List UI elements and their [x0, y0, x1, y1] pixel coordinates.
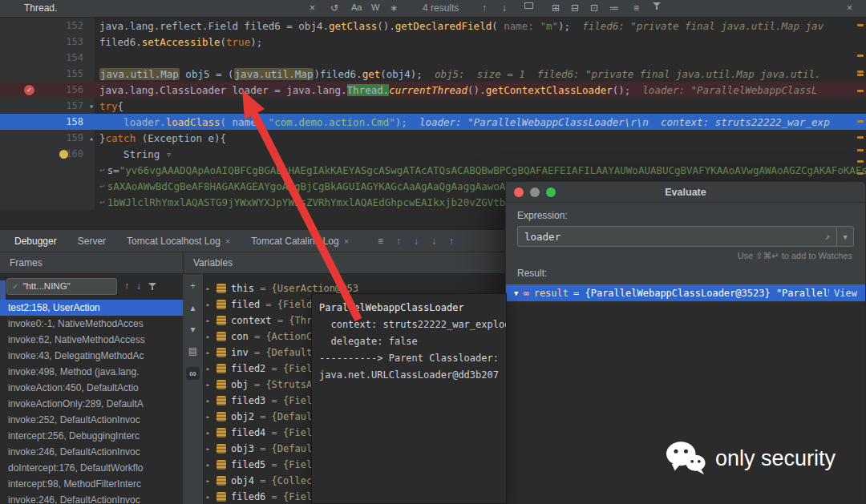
tab-server[interactable]: Server: [78, 236, 106, 247]
frame-row[interactable]: invokeAction:450, DefaultActio: [0, 380, 183, 396]
frame-row[interactable]: intercept:256, DebuggingInterc: [0, 428, 183, 444]
error-stripe-mark[interactable]: [857, 71, 864, 73]
close-tab-icon[interactable]: ×: [344, 236, 349, 246]
editor-gutter-cell[interactable]: [0, 178, 95, 194]
filter-option-icon[interactable]: ⊞: [552, 2, 560, 14]
code-line[interactable]: 160 String ▿: [0, 146, 866, 162]
close-find-bar-icon[interactable]: ×: [847, 2, 852, 14]
chevron-right-icon[interactable]: ▸: [204, 300, 212, 308]
code-line[interactable]: 155java.util.Map obj5 = (java.util.Map)f…: [0, 66, 866, 82]
editor-gutter-cell[interactable]: 159▴: [0, 130, 95, 146]
error-stripe-mark[interactable]: [857, 90, 864, 92]
frame-row[interactable]: invoke:498, Method (java.lang.: [0, 364, 183, 380]
search-filter-funnel-icon[interactable]: [653, 2, 661, 10]
fold-marker-icon[interactable]: ▴: [89, 134, 94, 143]
variables-panel-header[interactable]: Variables: [183, 252, 507, 274]
editor-gutter-cell[interactable]: 154: [0, 50, 95, 66]
code-line[interactable]: 157▾try{: [0, 98, 866, 114]
chevron-right-icon[interactable]: ▸: [204, 445, 212, 453]
editor-gutter-cell[interactable]: [0, 162, 95, 178]
scroll-to-bottom-icon[interactable]: ↓: [414, 236, 419, 247]
frame-row[interactable]: invoke:246, DefaultActionInvoc: [0, 444, 183, 460]
whole-words-icon[interactable]: W: [371, 2, 379, 12]
frame-row[interactable]: intercept:98, MethodFilterInterc: [0, 476, 183, 492]
error-stripe-mark[interactable]: [857, 24, 864, 26]
upload-icon[interactable]: ↑: [449, 236, 454, 247]
evaluate-dialog-titlebar[interactable]: Evaluate: [506, 182, 865, 203]
download-alert-icon[interactable]: ↓: [431, 236, 436, 247]
tab-tomcat-localhost-log[interactable]: Tomcat Localhost Log×: [127, 236, 230, 247]
next-occurrence-icon[interactable]: ↓: [502, 2, 507, 14]
chevron-right-icon[interactable]: ▸: [204, 349, 212, 357]
error-stripe-mark[interactable]: [857, 136, 864, 139]
frame-row[interactable]: doIntercept:176, DefaultWorkflo: [0, 460, 183, 476]
move-down-icon[interactable]: ▾: [190, 324, 195, 335]
expression-input[interactable]: loader ↗: [517, 226, 836, 247]
previous-occurrence-icon[interactable]: ↑: [482, 2, 487, 14]
add-watch-icon[interactable]: +: [190, 280, 196, 292]
chevron-right-icon[interactable]: ▸: [204, 397, 212, 405]
breakpoint-icon[interactable]: ✓: [24, 85, 34, 95]
search-history-icon[interactable]: ↺: [330, 2, 338, 14]
chevron-right-icon[interactable]: ▸: [204, 317, 212, 325]
code-line[interactable]: ↩s="yv66vgAAADQApAoAIQBFCgBGAEcHAEgIAkKA…: [0, 162, 866, 178]
editor-gutter-cell[interactable]: 157▾: [0, 98, 95, 114]
tab-debugger[interactable]: Debugger: [14, 236, 57, 247]
view-value-link[interactable]: View: [834, 288, 857, 299]
code-line[interactable]: 159▴}catch (Exception e){: [0, 130, 866, 146]
close-window-icon[interactable]: [514, 187, 524, 197]
editor-gutter-cell[interactable]: 160: [0, 146, 95, 162]
duplicate-icon[interactable]: ▤: [188, 345, 197, 357]
expand-editor-icon[interactable]: ↗: [824, 232, 830, 242]
editor-gutter-cell[interactable]: 155: [0, 66, 95, 82]
chevron-right-icon[interactable]: ▸: [204, 477, 212, 485]
frame-up-icon[interactable]: ↑: [124, 280, 129, 292]
minimize-window-icon[interactable]: [530, 187, 540, 197]
frame-row[interactable]: invoke:62, NativeMethodAccess: [0, 332, 183, 348]
close-tab-icon[interactable]: ×: [225, 236, 230, 246]
frame-row[interactable]: test2:158, UserAction: [0, 300, 183, 316]
frames-list[interactable]: test2:158, UserActioninvoke0:-1, NativeM…: [0, 300, 183, 504]
chevron-right-icon[interactable]: ▸: [204, 365, 212, 373]
frame-row[interactable]: invoke:246, DefaultActionInvoc: [0, 492, 183, 504]
frame-row[interactable]: invoke0:-1, NativeMethodAcces: [0, 316, 183, 332]
chevron-right-icon[interactable]: ▸: [204, 413, 212, 421]
filter-option-icon[interactable]: ⊟: [571, 2, 579, 14]
find-query-input[interactable]: Thread.: [24, 2, 57, 14]
select-all-occurrences-icon[interactable]: [524, 2, 533, 9]
code-line[interactable]: 153filed6.setAccessible(true);: [0, 34, 866, 50]
watches-toggle-icon[interactable]: ∞: [186, 367, 200, 380]
code-line[interactable]: 158 loader.loadClass( name: "com.demo.ac…: [0, 114, 866, 130]
move-up-icon[interactable]: ▴: [190, 302, 195, 313]
thread-selector-dropdown[interactable]: ✓ "htt...NING": [6, 278, 117, 295]
chevron-right-icon[interactable]: ▸: [204, 284, 212, 292]
expression-history-dropdown[interactable]: ▾: [836, 226, 854, 247]
chevron-right-icon[interactable]: ▸: [204, 381, 212, 389]
fold-marker-icon[interactable]: ▾: [89, 102, 94, 111]
frame-row[interactable]: invoke:252, DefaultActionInvoc: [0, 412, 183, 428]
editor-gutter-cell[interactable]: ✓156: [0, 82, 95, 98]
layout-menu-icon[interactable]: ≡: [378, 236, 383, 247]
expand-result-caret-icon[interactable]: ▼: [514, 289, 518, 297]
error-stripe-mark[interactable]: [857, 120, 864, 123]
frame-down-icon[interactable]: ↓: [136, 280, 141, 292]
frame-row[interactable]: invoke:43, DelegatingMethodAc: [0, 348, 183, 364]
chevron-right-icon[interactable]: ▸: [204, 461, 212, 469]
editor-gutter-cell[interactable]: [0, 194, 95, 210]
regex-icon[interactable]: ∗: [390, 2, 398, 14]
code-line[interactable]: 154: [0, 50, 866, 66]
chevron-right-icon[interactable]: ▸: [204, 429, 212, 437]
zoom-window-icon[interactable]: [546, 187, 556, 197]
editor-gutter-cell[interactable]: 153: [0, 34, 95, 50]
chevron-right-icon[interactable]: ▸: [204, 333, 212, 341]
error-stripe-mark[interactable]: [857, 149, 864, 151]
error-stripe-mark[interactable]: [857, 172, 864, 175]
code-line[interactable]: 152java.lang.reflect.Field filed6 = obj4…: [0, 18, 866, 34]
error-stripe-mark[interactable]: [857, 54, 864, 57]
chevron-right-icon[interactable]: ▸: [204, 493, 212, 501]
hide-frames-funnel-icon[interactable]: [148, 283, 156, 290]
tab-tomcat-catalina-log[interactable]: Tomcat Catalina Log×: [251, 236, 349, 247]
frame-row[interactable]: invokeActionOnly:289, DefaultA: [0, 396, 183, 412]
scroll-to-top-icon[interactable]: ↑: [396, 236, 401, 247]
filter-option-icon[interactable]: ≔: [609, 2, 619, 14]
